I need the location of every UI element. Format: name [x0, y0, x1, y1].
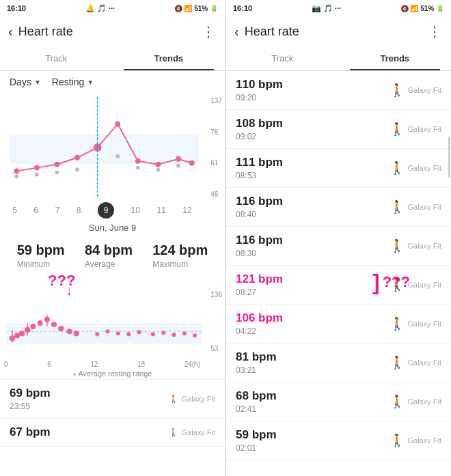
right-panel: 16:10 📷 🎵 ··· 🔇 📶 51% 🔋 ‹ Heart rate ⋮ T…	[226, 0, 451, 476]
tab-track-right[interactable]: Track	[226, 46, 339, 70]
stat-average-value: 84 bpm	[85, 242, 133, 258]
svg-point-12	[14, 174, 18, 178]
tab-trends-left[interactable]: Trends	[113, 46, 226, 70]
list-item: 116 bpm 08:30 🚶 Galaxy Fit	[226, 227, 451, 266]
avg-dot-icon: ●	[73, 371, 77, 378]
svg-point-1	[14, 169, 19, 174]
bottom-chart-svg	[4, 288, 204, 358]
list-item: 110 bpm 09:20 🚶 Galaxy Fit	[226, 71, 451, 110]
svg-point-4	[74, 155, 80, 160]
resting-arrow-icon: ▼	[87, 79, 94, 86]
time-left: 16:10	[7, 4, 26, 12]
days-filter[interactable]: Days ▼	[10, 76, 41, 87]
bottom-chart: 136 53	[0, 285, 225, 361]
tab-track-left[interactable]: Track	[0, 46, 113, 70]
track-source-1: 🚶 Galaxy Fit	[169, 428, 215, 437]
svg-point-14	[55, 171, 59, 175]
list-item: 121 bpm 08:27 🚶 Galaxy Fit	[226, 266, 451, 305]
stat-maximum-value: 124 bpm	[152, 242, 208, 258]
svg-point-2	[34, 165, 40, 171]
svg-point-19	[176, 164, 180, 168]
x-val-11: 11	[156, 206, 165, 215]
person-icon: 🚶	[390, 160, 405, 176]
x-6: 6	[47, 361, 51, 368]
person-icon: 🚶	[390, 277, 405, 292]
status-right-left: 🔇 📶 51% 🔋	[174, 5, 218, 12]
tab-trends-right[interactable]: Trends	[339, 46, 452, 70]
resting-filter[interactable]: Resting ▼	[52, 76, 94, 87]
stat-minimum: 59 bpm Minimum	[17, 242, 65, 269]
back-button-right[interactable]: ‹	[234, 24, 239, 40]
svg-point-40	[137, 330, 141, 334]
stat-maximum-label: Maximum	[152, 260, 208, 269]
svg-point-36	[95, 332, 99, 336]
svg-point-10	[189, 160, 195, 166]
person-icon: 🚶	[390, 394, 405, 409]
header-left: ‹ Heart rate ⋮	[0, 16, 225, 46]
track-info-0: 69 bpm 23:55	[10, 387, 169, 411]
svg-point-16	[115, 154, 120, 158]
svg-point-41	[151, 332, 155, 336]
list-item: 106 bpm 04:22 🚶 Galaxy Fit	[226, 305, 451, 344]
svg-point-39	[126, 332, 131, 336]
more-button-right[interactable]: ⋮	[428, 23, 443, 40]
person-icon: 🚶	[390, 199, 405, 214]
svg-point-26	[30, 324, 36, 329]
track-list: 110 bpm 09:20 🚶 Galaxy Fit 108 bpm 09:02…	[226, 71, 451, 476]
status-bar-left: 16:10 🔔 🎵 ··· 🔇 📶 51% 🔋	[0, 0, 225, 16]
stat-average-label: Average	[85, 260, 133, 269]
x-val-12: 12	[182, 206, 191, 215]
scrollbar[interactable]	[448, 137, 450, 178]
svg-point-15	[75, 168, 79, 172]
track-item-0: 69 bpm 23:55 🚶 Galaxy Fit	[0, 380, 225, 419]
bracketed-items: 121 bpm 08:27 🚶 Galaxy Fit 106 bpm 04:22…	[226, 266, 451, 344]
svg-point-8	[155, 162, 161, 167]
person-icon: 🚶	[390, 355, 405, 370]
svg-point-18	[156, 168, 160, 172]
more-button-left[interactable]: ⋮	[202, 23, 217, 40]
filters: Days ▼ Resting ▼	[0, 71, 225, 93]
svg-point-17	[136, 166, 140, 170]
track-item-1: 67 bpm 🚶 Galaxy Fit	[0, 419, 225, 447]
tabs-left: Track Trends	[0, 46, 225, 71]
back-button-left[interactable]: ‹	[8, 24, 13, 40]
x-12: 12	[90, 361, 98, 368]
list-item: 68 bpm 02:41 🚶 Galaxy Fit	[226, 382, 451, 421]
chart-y-labels: 137 76 61 46	[210, 97, 222, 198]
svg-point-37	[106, 329, 110, 333]
person-icon: 🚶	[390, 83, 405, 98]
status-right-right: 🔇 📶 51% 🔋	[400, 5, 444, 12]
svg-point-6	[115, 122, 120, 127]
list-item: 108 bpm 09:02 🚶 Galaxy Fit	[226, 110, 451, 149]
person-icon: 🚶	[390, 122, 405, 137]
stats-row: 59 bpm Minimum 84 bpm Average 124 bpm Ma…	[0, 237, 225, 275]
chart-svg	[4, 97, 204, 198]
svg-point-24	[19, 331, 25, 336]
x-0: 0	[4, 361, 8, 368]
time-right: 16:10	[233, 4, 252, 12]
svg-point-3	[54, 162, 59, 167]
x-18: 18	[137, 361, 145, 368]
bottom-x-axis: 0 6 12 18 24(h)	[0, 361, 204, 368]
person-icon: 🚶	[390, 238, 405, 253]
header-right: ‹ Heart rate ⋮	[226, 16, 451, 46]
svg-point-30	[58, 326, 64, 331]
svg-point-27	[38, 320, 43, 326]
svg-point-7	[135, 158, 141, 164]
svg-point-9	[176, 156, 181, 162]
track-time-0: 23:55	[10, 402, 169, 411]
stat-maximum: 124 bpm Maximum	[152, 242, 208, 269]
trends-chart: 137 76 61 46	[0, 93, 225, 202]
days-arrow-icon: ▼	[34, 79, 41, 86]
track-info-1: 67 bpm	[10, 425, 169, 439]
x-val-5: 5	[12, 206, 17, 215]
bottom-track-entries: 69 bpm 23:55 🚶 Galaxy Fit 67 bpm 🚶 Galax…	[0, 379, 225, 447]
svg-point-29	[51, 322, 57, 327]
person-icon: 🚶	[390, 316, 405, 331]
svg-point-43	[172, 333, 176, 337]
list-item: 59 bpm 02:01 🚶 Galaxy Fit	[226, 421, 451, 460]
list-item: 116 bpm 08:40 🚶 Galaxy Fit	[226, 188, 451, 227]
svg-point-42	[161, 331, 165, 335]
x-val-10: 10	[131, 206, 140, 215]
avg-resting-label: ● Average resting range	[0, 368, 225, 379]
